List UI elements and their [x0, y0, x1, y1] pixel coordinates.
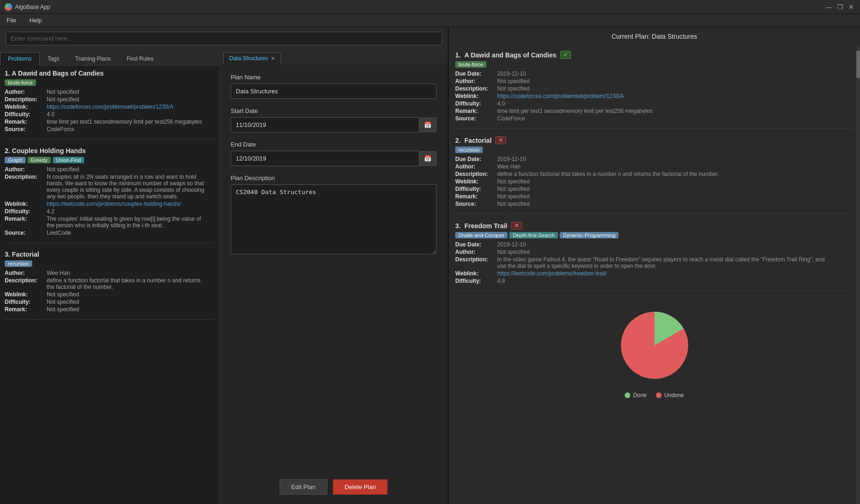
form-group-start-date: Start Date 📅: [231, 107, 437, 133]
tag-union-find: Union-Find: [53, 157, 85, 163]
plan-tags-3: Divide-and-Conquer Depth-first-Search Dy…: [455, 232, 853, 238]
form-tab-bar: Data Structures ✕: [219, 50, 448, 64]
menu-file[interactable]: File: [5, 16, 18, 25]
legend-undone: Undone: [656, 392, 684, 399]
pie-chart: [613, 303, 697, 387]
status-badge-fail-3: ✕: [511, 222, 522, 230]
form-group-description: Plan Description CS2040 Data Structures: [231, 175, 437, 256]
end-date-picker-button[interactable]: 📅: [419, 151, 437, 166]
close-button[interactable]: ✕: [847, 3, 855, 11]
field-author-2: Author: Not specified: [5, 166, 214, 173]
chart-container: Done Undone: [455, 299, 853, 406]
end-date-input[interactable]: [231, 151, 419, 166]
field-remark-2: Remark: The couples' initial seating is …: [5, 216, 214, 229]
field-author-3: Author: Wee Han: [5, 270, 214, 276]
form-tab-close-icon[interactable]: ✕: [271, 56, 275, 62]
sidebar-header: Current Plan: Data Structures: [449, 27, 860, 46]
field-weblink-2: Weblink: https://leetcode.com/problems/c…: [5, 201, 214, 207]
field-description-2: Description: N couples sit in 2N seats a…: [5, 174, 214, 200]
description-textarea[interactable]: CS2040 Data Structures: [231, 184, 437, 254]
field-remark-3: Remark: Not specified: [5, 306, 214, 313]
legend-dot-done: [625, 392, 630, 398]
legend-done-label: Done: [633, 392, 647, 399]
command-bar: [0, 27, 448, 50]
main-container: Problems Tags Training Plans Find Rules …: [0, 27, 860, 504]
tag-container-1: brute-force: [5, 79, 214, 86]
end-date-wrap: 📅: [231, 151, 437, 166]
field-weblink-1: Weblink: https://codeforces.com/problems…: [5, 104, 214, 110]
field-remark-1: Remark: time limit per test1 secondmemor…: [5, 119, 214, 125]
tag-brute-force: brute-force: [5, 79, 36, 86]
form-panel: Data Structures ✕ Plan Name Start Date 📅: [219, 50, 448, 504]
plan-tags-1: brute-force: [455, 61, 853, 68]
status-badge-fail-2: ✕: [495, 136, 506, 144]
problem-title-2: 2. Couples Holding Hands: [5, 147, 214, 154]
plan-item-3: 3. Freedom Trail ✕ Divide-and-Conquer De…: [455, 222, 853, 291]
menu-bar: File Help: [0, 14, 860, 27]
title-bar: AlgoBase App — ❐ ✕: [0, 0, 860, 14]
field-description-1: Description: Not specified: [5, 96, 214, 103]
description-label: Plan Description: [231, 175, 437, 182]
minimize-button[interactable]: —: [825, 3, 833, 11]
field-description-3: Description: define a function factorial…: [5, 277, 214, 290]
delete-plan-button[interactable]: Delete Plan: [333, 479, 388, 495]
field-difficulty-1: Difficulty: 4.0: [5, 111, 214, 118]
tab-content-area: Problems Tags Training Plans Find Rules …: [0, 50, 448, 504]
plan-title-row-3: 3. Freedom Trail ✕: [455, 222, 853, 230]
legend-undone-label: Undone: [664, 392, 684, 399]
field-source-1: Source: CodeForce: [5, 126, 214, 133]
form-tab-label: Data Structures: [229, 55, 268, 62]
plan-title-row-2: 2. Factorial ✕: [455, 136, 853, 144]
tag-recursion: recursion: [5, 260, 32, 267]
end-date-label: End Date: [231, 141, 437, 148]
plan-title-row-1: 1. A Dawid and Bags of Candies ✓: [455, 51, 853, 59]
tab-tags[interactable]: Tags: [40, 52, 67, 65]
sidebar-scroll: 1. A Dawid and Bags of Candies ✓ brute-f…: [449, 46, 860, 504]
field-weblink-3: Weblink: Not specified: [5, 291, 214, 298]
field-difficulty-2: Difficulty: 4.2: [5, 208, 214, 215]
plan-tag-dp: Dynamic-Programming: [560, 232, 619, 238]
plan-name-label: Plan Name: [231, 74, 437, 81]
field-source-2: Source: LeetCode: [5, 230, 214, 236]
sidebar-scrollbar[interactable]: [856, 46, 860, 504]
form-group-plan-name: Plan Name: [231, 74, 437, 99]
field-author-1: Author: Not specified: [5, 89, 214, 95]
menu-help[interactable]: Help: [28, 16, 44, 25]
problems-list: 1. A Dawid and Bags of Candies brute-for…: [0, 66, 219, 504]
tag-container-3: recursion: [5, 260, 214, 267]
app-title: AlgoBase App: [15, 4, 50, 10]
plan-tags-2: recursion: [455, 147, 853, 153]
status-badge-done-1: ✓: [560, 51, 571, 59]
app-logo: [5, 3, 12, 11]
legend-done: Done: [625, 392, 647, 399]
tab-problems[interactable]: Problems: [0, 52, 40, 66]
form-actions: Edit Plan Delete Plan: [219, 475, 448, 504]
left-panel: Problems Tags Training Plans Find Rules …: [0, 27, 448, 504]
start-date-input[interactable]: [231, 117, 419, 133]
maximize-button[interactable]: ❐: [836, 3, 844, 11]
plan-item-1: 1. A Dawid and Bags of Candies ✓ brute-f…: [455, 51, 853, 129]
tag-graph: Graph: [5, 157, 26, 163]
plan-tag-divide-conquer: Divide-and-Conquer: [455, 232, 508, 238]
problem-title-3: 3. Factorial: [5, 251, 214, 258]
problem-title-1: 1. A Dawid and Bags of Candies: [5, 70, 214, 77]
plan-tag-brute-force: brute-force: [455, 61, 486, 68]
form-content: Plan Name Start Date 📅 End Date: [219, 64, 448, 475]
plan-name-input[interactable]: [231, 84, 437, 99]
title-bar-controls: — ❐ ✕: [825, 3, 855, 11]
plan-tag-dfs: Depth-first-Search: [509, 232, 557, 238]
edit-plan-button[interactable]: Edit Plan: [280, 479, 327, 495]
problems-panel: Problems Tags Training Plans Find Rules …: [0, 50, 219, 504]
title-bar-left: AlgoBase App: [5, 3, 50, 11]
right-sidebar: Current Plan: Data Structures 1. A Dawid…: [448, 27, 860, 504]
plan-item-2: 2. Factorial ✕ recursion Due Date: 2019-…: [455, 136, 853, 214]
legend-dot-undone: [656, 392, 662, 398]
tab-training-plans[interactable]: Training Plans: [67, 52, 119, 65]
command-input[interactable]: [6, 32, 442, 45]
tab-find-rules[interactable]: Find Rules: [119, 52, 161, 65]
form-tab-data-structures[interactable]: Data Structures ✕: [223, 52, 281, 64]
plan-tag-recursion: recursion: [455, 147, 483, 153]
sidebar-scrollbar-thumb[interactable]: [856, 50, 860, 78]
problem-item-3: 3. Factorial recursion Author: Wee Han D…: [5, 251, 214, 320]
start-date-picker-button[interactable]: 📅: [419, 118, 437, 132]
